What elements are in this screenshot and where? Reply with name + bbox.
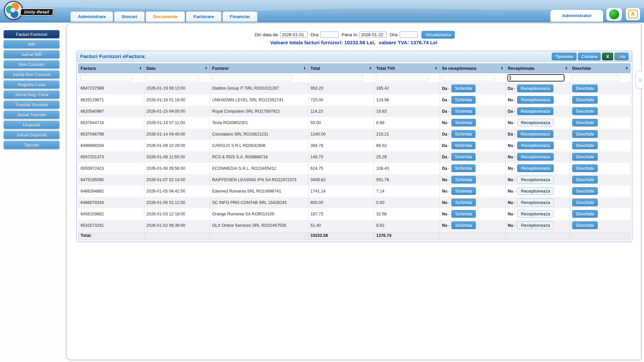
cell-factura: 6498699258 — [79, 140, 144, 151]
filter-input-total[interactable] — [310, 75, 363, 81]
print-button[interactable]: Tipareste — [552, 53, 577, 60]
to-date-label: Pana in: — [342, 32, 358, 37]
receptioneaza-button[interactable]: Receptioneaza — [517, 119, 554, 126]
deschide-button[interactable]: Deschide — [572, 210, 598, 218]
schimba-button[interactable]: Schimba — [451, 210, 476, 218]
schimba-button[interactable]: Schimba — [451, 107, 476, 115]
deschide-button[interactable]: Deschide — [572, 199, 598, 206]
receptioneaza-button[interactable]: Receptioneaza — [517, 176, 554, 184]
column-label: Factura — [81, 66, 96, 71]
sidebar-item-tipizate[interactable]: Tipizate — [3, 141, 60, 149]
close-panel-button[interactable]: X — [602, 53, 613, 60]
receptioneaza-button[interactable]: Receptioneaza — [517, 85, 554, 92]
cell-data: 2026-01-07 02:14:00 — [144, 174, 210, 186]
receptioneaza-button[interactable]: Receptioneaza — [517, 96, 554, 104]
cell-deschide: Deschide — [570, 197, 631, 208]
column-header-total-tva[interactable]: Total TVA⇕ — [374, 64, 440, 73]
filter-input-factura[interactable] — [80, 75, 133, 81]
sidebar-item-jurnal-dispozitii[interactable]: Jurnal Dispozitii — [3, 131, 60, 139]
schimba-button[interactable]: Schimba — [451, 153, 476, 161]
filter-input-furnizor[interactable] — [212, 75, 292, 81]
tab-documente[interactable]: Documente — [146, 11, 185, 22]
schimba-button[interactable]: Schimba — [451, 199, 476, 206]
separator: - — [514, 212, 515, 216]
sidebar-item-bon-consum[interactable]: Bon Consum — [3, 60, 60, 69]
to-date-input[interactable] — [359, 32, 387, 38]
schimba-button[interactable]: Schimba — [451, 96, 476, 104]
filter-input-se-receptioneaza[interactable] — [442, 75, 494, 81]
schimba-button[interactable]: Schimba — [451, 176, 476, 184]
deschide-button[interactable]: Deschide — [572, 96, 598, 104]
cell-se-receptioneaza: Nu-Schimba — [440, 117, 506, 128]
deschide-button[interactable]: Deschide — [572, 119, 598, 126]
receptioneaza-button[interactable]: Receptioneaza — [517, 142, 554, 149]
column-header-furnizor[interactable]: Furnizor⇕ — [210, 64, 308, 73]
sidebar-item-jurnal-reg-casa[interactable]: Jurnal Reg. Casa — [3, 90, 60, 99]
invoice-row: 64751850902026-01-07 02:14:00RAIFFEISEN … — [79, 174, 631, 186]
column-header-receptionata[interactable]: Receptionata⇕ — [506, 64, 570, 73]
deschide-button[interactable]: Deschide — [572, 142, 598, 149]
receptioneaza-button[interactable]: Receptioneaza — [517, 130, 554, 138]
separator: - — [448, 212, 450, 216]
schimba-button[interactable]: Schimba — [451, 130, 476, 138]
sidebar-item-jurnal-nir[interactable]: Jurnal NIR — [3, 50, 60, 59]
sidebar-item-facturi-furnizori[interactable]: Facturi Furnizori — [3, 30, 60, 39]
receptioneaza-button[interactable]: Receptioneaza — [517, 164, 554, 172]
deschide-button[interactable]: Deschide — [572, 221, 598, 229]
receptioneaza-button[interactable]: Receptioneaza — [517, 210, 554, 218]
status-button[interactable] — [606, 8, 622, 21]
view-button[interactable]: Vizualizeaza — [422, 31, 455, 39]
cell-deschide: Deschide — [570, 208, 631, 220]
deschide-button[interactable]: Deschide — [572, 164, 598, 172]
receptioneaza-button[interactable]: Receptioneaza — [517, 221, 554, 229]
column-header-deschide[interactable]: Deschide⇕ — [570, 64, 631, 73]
filter-input-deschide[interactable] — [572, 75, 620, 81]
collapse-panel-button[interactable]: ‹ — [636, 71, 644, 89]
receptioneaza-button[interactable]: Receptioneaza — [517, 187, 554, 195]
tab-administrare[interactable]: Administrare — [70, 11, 113, 22]
sidebar-item-jurnal-transfer[interactable]: Jurnal Transfer — [3, 110, 60, 119]
from-hour-input[interactable] — [320, 32, 339, 38]
filter-input-total-tva[interactable] — [376, 75, 429, 81]
deschide-button[interactable]: Deschide — [572, 130, 598, 138]
deschide-button[interactable]: Deschide — [572, 187, 598, 195]
deschide-button[interactable]: Deschide — [572, 153, 598, 161]
columns-button[interactable]: Coloane — [578, 53, 601, 60]
sidebar-item-dispozitii[interactable]: Dispozitii — [3, 120, 60, 129]
receptioneaza-button[interactable]: Receptioneaza — [517, 199, 554, 206]
receptioneaza-button[interactable]: Receptioneaza — [517, 153, 554, 161]
from-date-input[interactable] — [280, 32, 308, 38]
deschide-button[interactable]: Deschide — [572, 85, 598, 92]
font-size-button[interactable]: Aa — [614, 53, 629, 60]
schimba-button[interactable]: Schimba — [451, 187, 476, 195]
deschide-button[interactable]: Deschide — [572, 176, 598, 184]
cell-furnizor: UNKNOWN LEVEL SRL RO22352741 — [210, 94, 308, 106]
sidebar-item-jurnal-bon-consum[interactable]: Jurnal Bon Consum — [3, 70, 60, 79]
cell-total: 624.75 — [308, 163, 374, 174]
sidebar-item-transfer-gestiuni[interactable]: Transfer Gestiuni — [3, 100, 60, 109]
close-app-button[interactable]: X — [626, 8, 640, 20]
deschide-button[interactable]: Deschide — [572, 107, 598, 115]
cell-deschide: Deschide — [570, 106, 631, 117]
column-header-se-receptioneaza[interactable]: Se receptioneaza⇕ — [440, 64, 506, 73]
schimba-button[interactable]: Schimba — [451, 164, 476, 172]
schimba-button[interactable]: Schimba — [451, 142, 476, 149]
filter-input-receptionata[interactable] — [507, 74, 564, 82]
tab-facturare[interactable]: Facturare — [186, 11, 221, 22]
sidebar-item-registru-casa[interactable]: Registru Casa — [3, 80, 60, 89]
user-tab-administrator[interactable]: Administrator — [550, 10, 603, 22]
tab-financiar[interactable]: Financiar — [222, 11, 257, 22]
filter-input-data[interactable] — [146, 75, 199, 81]
column-header-factura[interactable]: Factura⇕ — [79, 64, 144, 73]
column-header-data[interactable]: Data▼ — [144, 64, 210, 73]
column-header-total[interactable]: Total⇕ — [308, 64, 374, 73]
cell-data: 2026-01-08 09:56:00 — [144, 163, 210, 174]
filter-cell-receptionata — [506, 73, 570, 83]
schimba-button[interactable]: Schimba — [451, 221, 476, 229]
sidebar-item-nir[interactable]: NIR — [3, 40, 60, 49]
receptioneaza-button[interactable]: Receptioneaza — [517, 107, 554, 115]
to-hour-input[interactable] — [400, 32, 418, 38]
tab-stocuri[interactable]: Stocuri — [114, 11, 145, 22]
schimba-button[interactable]: Schimba — [451, 85, 476, 92]
schimba-button[interactable]: Schimba — [451, 119, 476, 126]
